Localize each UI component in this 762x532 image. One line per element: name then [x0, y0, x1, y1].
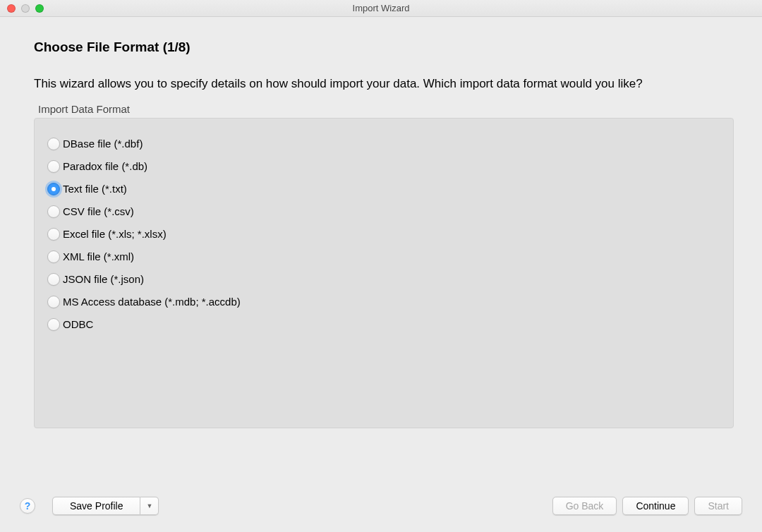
format-option[interactable]: ODBC: [47, 313, 720, 336]
format-label: MS Access database (*.mdb; *.accdb): [63, 296, 241, 308]
radio-icon[interactable]: [47, 296, 60, 308]
help-button[interactable]: ?: [20, 498, 35, 514]
format-label: Text file (*.txt): [63, 183, 127, 195]
save-profile-button[interactable]: Save Profile: [52, 497, 140, 515]
radio-icon[interactable]: [47, 138, 60, 150]
go-back-button[interactable]: Go Back: [552, 497, 617, 515]
format-option[interactable]: XML file (*.xml): [47, 246, 720, 268]
page-heading: Choose File Format (1/8): [34, 40, 734, 55]
page-description: This wizard allows you to specify detail…: [34, 75, 734, 93]
format-label: XML file (*.xml): [63, 250, 134, 262]
titlebar: Import Wizard: [0, 0, 762, 17]
radio-icon[interactable]: [47, 273, 60, 286]
radio-icon[interactable]: [47, 318, 60, 331]
radio-icon[interactable]: [47, 250, 60, 263]
continue-button[interactable]: Continue: [622, 497, 689, 515]
format-label: CSV file (*.csv): [63, 205, 134, 217]
format-group: DBase file (*.dbf)Paradox file (*.db)Tex…: [34, 118, 734, 428]
format-option[interactable]: JSON file (*.json): [47, 268, 720, 291]
format-option[interactable]: Paradox file (*.db): [47, 155, 720, 178]
format-option[interactable]: CSV file (*.csv): [47, 200, 720, 223]
format-label: DBase file (*.dbf): [63, 138, 143, 150]
format-label: ODBC: [63, 318, 93, 330]
format-label: Excel file (*.xls; *.xlsx): [63, 228, 167, 240]
format-option[interactable]: MS Access database (*.mdb; *.accdb): [47, 291, 720, 313]
footer: ? Save Profile ▼ Go Back Continue Start: [0, 497, 762, 515]
save-profile-split-button: Save Profile ▼: [52, 497, 159, 515]
window-title: Import Wizard: [353, 3, 410, 13]
minimize-icon: [21, 4, 30, 13]
zoom-icon[interactable]: [35, 4, 44, 13]
wizard-content: Choose File Format (1/8) This wizard all…: [0, 17, 762, 428]
radio-icon[interactable]: [47, 160, 60, 173]
format-label: JSON file (*.json): [63, 273, 144, 285]
format-option[interactable]: DBase file (*.dbf): [47, 133, 720, 155]
radio-icon[interactable]: [47, 228, 60, 241]
save-profile-dropdown[interactable]: ▼: [140, 497, 159, 515]
group-label: Import Data Format: [38, 103, 734, 115]
format-option[interactable]: Excel file (*.xls; *.xlsx): [47, 223, 720, 246]
radio-icon[interactable]: [47, 183, 60, 195]
close-icon[interactable]: [7, 4, 16, 13]
window-controls: [0, 4, 44, 13]
start-button[interactable]: Start: [694, 497, 742, 515]
format-option[interactable]: Text file (*.txt): [47, 178, 720, 200]
radio-icon[interactable]: [47, 205, 60, 218]
format-label: Paradox file (*.db): [63, 160, 147, 172]
